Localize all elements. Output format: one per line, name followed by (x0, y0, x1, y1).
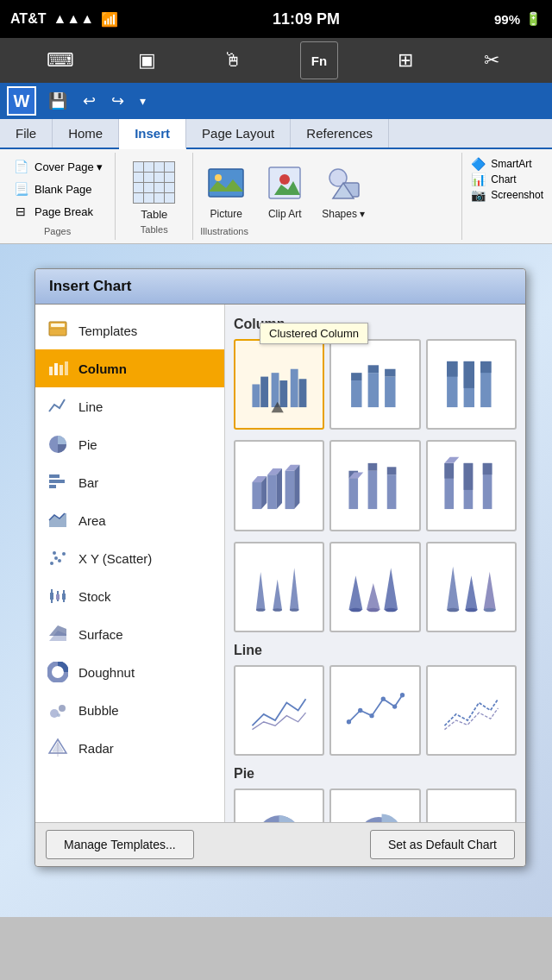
radar-label: Radar (78, 741, 114, 756)
chart-type-stock[interactable]: Stock (35, 577, 224, 615)
tab-home[interactable]: Home (53, 119, 119, 148)
chart-type-column[interactable]: Column (35, 349, 224, 387)
pie-variant-2[interactable] (329, 788, 420, 822)
tooltip-clustered-column: Clustered Column (260, 323, 368, 344)
screenshot-btn[interactable]: 📷 Screenshot (469, 187, 545, 203)
line-section-label: Line (234, 643, 517, 658)
manage-templates-button[interactable]: Manage Templates... (46, 830, 194, 859)
svg-point-22 (53, 551, 56, 555)
svg-rect-39 (272, 373, 279, 407)
svg-rect-15 (49, 474, 60, 478)
svg-rect-40 (280, 380, 288, 407)
svg-point-3 (279, 174, 290, 185)
svg-rect-73 (444, 462, 454, 478)
100-stacked-column-variant[interactable] (426, 339, 517, 430)
svg-rect-38 (260, 377, 268, 407)
screenshot-icon: 📷 (471, 188, 486, 202)
chart-type-pie[interactable]: Pie (35, 425, 224, 463)
keyboard-icon[interactable]: ⌨ (41, 41, 79, 79)
pie-variant-3[interactable] (426, 788, 517, 822)
cone-variant-3[interactable] (426, 542, 517, 632)
chart-type-line[interactable]: Line (35, 387, 224, 425)
stock-label: Stock (78, 589, 111, 604)
table-icon[interactable] (130, 158, 179, 206)
svg-rect-10 (49, 367, 53, 375)
pie-icon (46, 432, 70, 456)
line-label: Line (78, 399, 103, 414)
svg-point-21 (62, 552, 66, 556)
pie-variant-1[interactable] (234, 788, 324, 822)
ribbon-commands: 📄 Cover Page ▾ 📃 Blank Page ⊟ Page Break… (0, 149, 552, 244)
tab-insert[interactable]: Insert (119, 119, 186, 149)
chart-type-bubble[interactable]: Bubble (35, 691, 224, 729)
svg-rect-56 (253, 482, 262, 509)
chart-type-doughnut[interactable]: Doughnut (35, 653, 224, 691)
clustered-column-variant[interactable] (234, 339, 324, 430)
cone-variant-2[interactable] (329, 542, 420, 632)
svg-point-31 (59, 705, 66, 712)
illus-items: Picture Clip Art (200, 156, 455, 224)
tools-icon[interactable]: ✂ (473, 41, 511, 79)
mouse-icon[interactable]: 🖱 (214, 41, 252, 79)
pages-items: 📄 Cover Page ▾ 📃 Blank Page ⊟ Page Break (9, 156, 106, 224)
cover-page-icon: 📄 (12, 158, 29, 175)
templates-label: Templates (78, 324, 137, 338)
3d-100-stacked-variant[interactable] (426, 440, 517, 531)
more-btn[interactable]: ▾ (136, 91, 149, 111)
column-icon (46, 356, 70, 380)
svg-marker-61 (277, 468, 282, 509)
cover-page-btn[interactable]: 📄 Cover Page ▾ (9, 156, 106, 177)
shapes-btn[interactable]: Shapes ▾ (317, 161, 369, 220)
chart-btn[interactable]: 📊 Chart (469, 172, 545, 187)
svg-rect-28 (62, 594, 66, 600)
templates-icon (46, 318, 70, 342)
redo-btn[interactable]: ↪ (108, 88, 128, 114)
blank-page-btn[interactable]: 📃 Blank Page (9, 179, 106, 199)
tab-references[interactable]: References (291, 119, 389, 148)
cone-variant-1[interactable] (234, 542, 324, 632)
chart-type-bar[interactable]: Bar (35, 463, 224, 501)
set-default-chart-button[interactable]: Set as Default Chart (370, 830, 515, 859)
chart-label: Chart (491, 173, 516, 185)
svg-rect-47 (367, 366, 378, 374)
3d-stacked-variant[interactable] (329, 440, 420, 531)
chart-type-scatter[interactable]: X Y (Scatter) (35, 539, 224, 577)
bar-label: Bar (78, 475, 98, 490)
smart-art-btn[interactable]: 🔷 SmartArt (469, 156, 545, 172)
picture-btn[interactable]: Picture (200, 161, 252, 220)
fn-icon[interactable]: Fn (300, 41, 338, 79)
svg-point-80 (256, 608, 266, 612)
dialog-footer: Manage Templates... Set as Default Chart (35, 822, 525, 866)
chart-type-templates[interactable]: Templates (35, 311, 224, 349)
clip-art-label: Clip Art (268, 208, 302, 220)
3d-clustered-variant[interactable] (234, 440, 324, 531)
tab-page-layout[interactable]: Page Layout (186, 119, 291, 148)
svg-point-86 (349, 608, 361, 612)
grid-icon[interactable]: ⊞ (386, 41, 424, 79)
line-variant-2[interactable] (329, 665, 420, 756)
clip-art-btn[interactable]: Clip Art (259, 161, 310, 220)
line-charts-grid (234, 665, 517, 756)
chart-type-radar[interactable]: Radar (35, 729, 224, 767)
svg-rect-68 (367, 470, 377, 508)
stock-icon (46, 584, 70, 608)
page-break-btn[interactable]: ⊟ Page Break (9, 201, 106, 222)
stacked-column-variant[interactable] (329, 339, 420, 430)
blank-page-label: Blank Page (34, 183, 92, 196)
status-left: AT&T ▲▲▲ 📶 (10, 11, 118, 28)
chart-type-area[interactable]: Area (35, 501, 224, 539)
area-label: Area (78, 513, 106, 528)
undo-btn[interactable]: ↩ (79, 88, 99, 114)
window-icon[interactable]: ▣ (128, 41, 166, 79)
svg-point-1 (215, 174, 222, 181)
save-quick-btn[interactable]: 💾 (45, 88, 71, 114)
line-variant-1[interactable] (234, 665, 324, 756)
chart-type-surface[interactable]: Surface (35, 615, 224, 653)
line-variant-3[interactable] (426, 665, 517, 756)
tab-file[interactable]: File (0, 119, 53, 148)
svg-rect-16 (49, 480, 65, 483)
dialog-body: Templates Column (35, 305, 525, 822)
svg-rect-70 (386, 474, 396, 509)
pie-label: Pie (78, 437, 97, 452)
pages-group-label: Pages (44, 224, 71, 236)
